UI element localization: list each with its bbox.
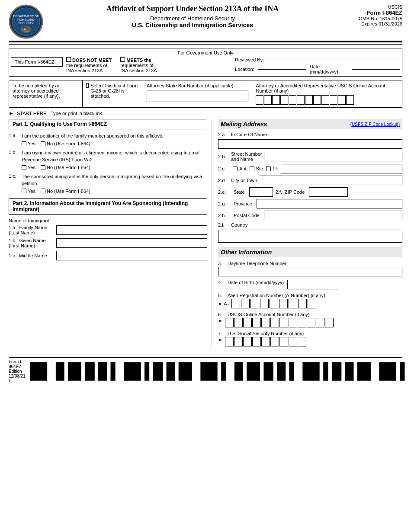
reviewed-by-row: Reviewed By: [235,57,400,62]
middle-name-input[interactable] [56,251,207,260]
a-seg-2[interactable] [241,299,250,308]
other-6-label-row: 6. USCIS Online Account Number (if any) [218,312,402,317]
online-seg-4[interactable] [280,95,288,105]
online-seg-3[interactable] [272,95,280,105]
right-column: Mailing Address (USPS ZIP Code Lookup) 2… [212,119,402,350]
a-seg-6[interactable] [279,299,288,308]
q1c-yes-label: Yes [28,189,35,194]
page: DEPARTMENT OF HOMELAND SECURITY 🦅 Affida… [0,0,411,532]
meets-check[interactable] [120,57,125,62]
attorney-check-label: Select this box if Form G-28 or G-28I is… [90,83,139,99]
addr-2g-label: 2.g. [218,201,231,206]
dob-input[interactable] [287,280,339,289]
a-seg-4[interactable] [260,299,269,308]
online-seg-10[interactable] [330,95,337,105]
a-seg-7[interactable] [289,299,297,308]
f1c-num: 1.c. [9,253,16,258]
apt-ste-flr-input[interactable] [281,164,402,173]
svg-text:HOMELAND: HOMELAND [17,18,35,21]
addr-2g-name: Province [234,201,252,206]
q1b-label: 1.b. [9,150,22,155]
q1a-yes-checkbox[interactable] [22,141,26,146]
street-input[interactable] [264,152,402,161]
a-seg-3[interactable] [250,299,259,308]
uscis-seg-5[interactable] [261,318,270,327]
city-input[interactable] [259,176,402,185]
other-4-label-row: 4. Date of Birth (mm/dd/yyyy) [218,280,402,289]
uscis-seg-9[interactable] [298,318,306,327]
ssn-seg-7[interactable] [279,337,288,346]
online-seg-7[interactable] [305,95,313,105]
q1b-no-checkbox[interactable] [41,165,45,170]
family-name-input[interactable] [56,225,207,235]
uscis-seg-10[interactable] [307,318,315,327]
mailing-link[interactable]: (USPS ZIP Code Lookup) [350,122,400,127]
header-divider [9,41,402,42]
ssn-seg-5[interactable] [261,337,270,346]
q1c-no-checkbox[interactable] [41,189,45,193]
zip-input[interactable] [309,187,348,197]
ssn-seg-6[interactable] [270,337,279,346]
online-seg-6[interactable] [297,95,305,105]
does-not-meet-sub2: INA section 213A [66,68,103,73]
omb-number: OMB No. 1615-0075 [342,16,402,21]
attorney-checkbox[interactable] [86,83,89,88]
ssn-seg-2[interactable] [234,337,243,346]
q1c-answers: Yes No (Use Form I-864) [22,189,207,194]
q1b-yes: Yes [22,165,35,170]
online-seg-1[interactable] [256,95,263,105]
a-seg-1[interactable] [231,299,240,308]
country-input[interactable] [218,230,402,243]
apt-checkbox[interactable] [233,167,238,171]
online-seg-9[interactable] [321,95,329,105]
part1-box: Part 1. Qualifying to Use Form I-864EZ [9,119,207,129]
does-not-meet-check[interactable] [66,57,71,62]
uscis-seg-1[interactable] [225,318,234,327]
given-name-input[interactable] [56,238,207,248]
online-seg-11[interactable] [338,95,346,105]
postal-code-input[interactable] [264,211,402,220]
ssn-seg-9[interactable] [298,337,306,346]
a-seg-5[interactable] [270,299,278,308]
ssn-seg-4[interactable] [252,337,261,346]
state-input[interactable] [249,187,273,197]
agency-name: USCIS [342,4,402,10]
attorney-online-input [256,95,398,105]
online-seg-2[interactable] [264,95,272,105]
ssn-seg-1[interactable] [225,337,234,346]
addr-2b-label: 2.b. [218,154,231,159]
a-seg-8[interactable] [298,299,307,308]
attorney-bar-input[interactable] [147,90,248,102]
q1a-no-checkbox[interactable] [41,141,45,146]
question-1b: 1.b. I am using my own earned or retirem… [9,150,207,170]
online-seg-12[interactable] [346,95,354,105]
in-care-of-input[interactable] [218,139,402,149]
online-seg-5[interactable] [289,95,296,105]
ssn-seg-3[interactable] [243,337,252,346]
other-row-4: 4. Date of Birth (mm/dd/yyyy) [218,280,402,289]
does-not-meet-checkbox[interactable] [66,57,71,62]
ssn-seg-8[interactable] [289,337,297,346]
header-thin-divider [9,44,402,45]
uscis-seg-12[interactable] [325,318,334,327]
q1b-text: I am using my own earned or retirement i… [22,150,207,163]
flr-checkbox[interactable] [266,167,271,171]
question-1a: 1.a. I am the petitioner of the family m… [9,133,207,146]
uscis-seg-4[interactable] [252,318,261,327]
uscis-seg-11[interactable] [316,318,324,327]
q1b-yes-checkbox[interactable] [22,165,26,170]
uscis-seg-8[interactable] [289,318,297,327]
telephone-input[interactable] [218,267,402,276]
ste-checkbox[interactable] [250,167,254,171]
uscis-seg-2[interactable] [234,318,243,327]
uscis-seg-3[interactable] [243,318,252,327]
a-seg-9[interactable] [308,299,316,308]
uscis-seg-6[interactable] [270,318,279,327]
addr-2ef-row: 2.e. State 2.f. ZIP Code [218,187,402,197]
meets-checkbox[interactable] [120,57,125,62]
province-input[interactable] [257,199,402,208]
reviewed-by-line [266,60,400,60]
q1c-yes-checkbox[interactable] [22,189,26,193]
online-seg-8[interactable] [313,95,321,105]
uscis-seg-7[interactable] [279,318,288,327]
